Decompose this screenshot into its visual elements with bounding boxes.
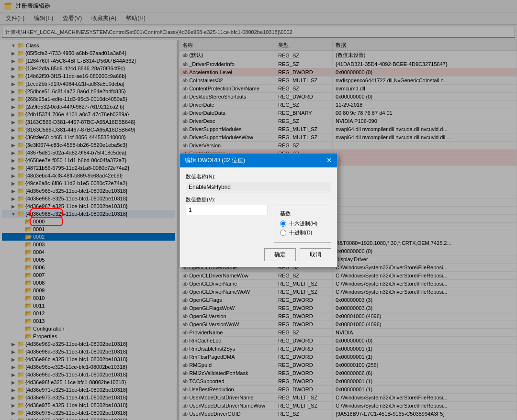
radio-hex-label: 十六进制(H): [289, 220, 317, 227]
field-data-label: 数值数据(V):: [186, 196, 268, 203]
radio-hex-container: 十六进制(H): [280, 220, 325, 227]
radio-decimal[interactable]: [280, 230, 286, 236]
ok-button[interactable]: 确定: [264, 248, 296, 261]
dialog-base-section: 基数 十六进制(H) 十进制(D): [274, 196, 331, 243]
field-name-label: 数值名称(N):: [186, 173, 331, 180]
base-label: 基数: [280, 210, 325, 217]
radio-decimal-label: 十进制(D): [289, 229, 312, 236]
dialog-body: 数值名称(N): 数值数据(V): 基数: [180, 167, 337, 267]
dialog-section: 数值数据(V): 基数 十六进制(H): [186, 196, 331, 243]
field-name: 数值名称(N):: [186, 173, 331, 192]
radio-hex[interactable]: [280, 221, 286, 227]
cancel-button[interactable]: 取消: [300, 248, 331, 261]
radio-decimal-container: 十进制(D): [280, 229, 325, 236]
dialog-close-button[interactable]: ✕: [326, 156, 332, 164]
dialog-overlay: 编辑 DWORD (32 位值) ✕ 数值名称(N): 数值数据(V):: [0, 0, 517, 420]
dialog-buttons: 确定 取消: [186, 248, 331, 261]
dialog-title-bar: 编辑 DWORD (32 位值) ✕: [180, 154, 337, 167]
field-data: 数值数据(V):: [186, 196, 268, 215]
edit-dword-dialog: 编辑 DWORD (32 位值) ✕ 数值名称(N): 数值数据(V):: [180, 153, 337, 267]
field-name-input[interactable]: [186, 182, 331, 192]
dialog-title-text: 编辑 DWORD (32 位值): [185, 156, 245, 165]
dialog-data-section: 数值数据(V):: [186, 196, 268, 219]
field-data-input[interactable]: [186, 205, 268, 215]
